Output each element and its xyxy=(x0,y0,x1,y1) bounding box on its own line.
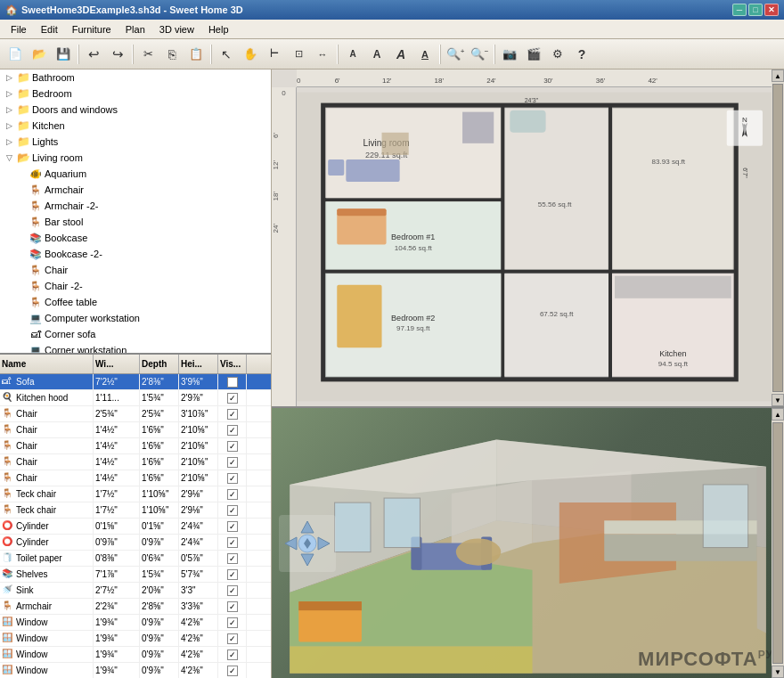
scroll-down-arrow[interactable]: ▼ xyxy=(772,394,784,406)
expand-bedroom[interactable]: ▷ xyxy=(2,86,16,101)
tree-label-armchair: Armchair xyxy=(45,184,84,195)
tree-item-livingroom[interactable]: ▽ 📂 Living room xyxy=(0,150,271,166)
close-button[interactable]: ✕ xyxy=(764,4,779,16)
tree-item-bookcase2[interactable]: 📚 Bookcase -2- xyxy=(0,246,271,262)
tree-item-chair2[interactable]: 🪑 Chair -2- xyxy=(0,278,271,294)
table-body[interactable]: 🛋 Sofa 7'2½" 2'8⅜" 3'9⅝" ✓ 🍳 Kitchen hoo… xyxy=(0,374,271,678)
table-row[interactable]: 🪑 Chair 1'4½" 1'6⅝" 2'10⅝" ✓ xyxy=(0,422,271,438)
paste-button[interactable]: 📋 xyxy=(184,43,208,66)
select-button[interactable]: ↖ xyxy=(215,43,238,66)
svg-marker-62 xyxy=(757,467,766,633)
table-row[interactable]: 🚿 Sink 2'7½" 2'0⅜" 3'3" ✓ xyxy=(0,583,271,599)
menu-plan[interactable]: Plan xyxy=(118,22,152,37)
save-button[interactable]: 💾 xyxy=(52,43,75,66)
tree-label-corner-ws: Corner workstation xyxy=(45,345,127,355)
zoom-out-button[interactable]: 🔍− xyxy=(468,43,491,66)
new-button[interactable]: 📄 xyxy=(4,43,27,66)
folder-icon-lights: 📁 xyxy=(16,135,30,149)
create-room[interactable]: ⊡ xyxy=(287,43,310,66)
menu-file[interactable]: File xyxy=(4,22,34,37)
photo-button[interactable]: 📷 xyxy=(498,43,521,66)
table-row[interactable]: ⭕ Cylinder 0'1⅝" 0'1⅝" 2'4¾" ✓ xyxy=(0,519,271,535)
scroll-down-3d[interactable]: ▼ xyxy=(772,666,784,678)
tree-item-computer-workstation[interactable]: 💻 Computer workstation xyxy=(0,310,271,326)
tree-item-bookcase[interactable]: 📚 Bookcase xyxy=(0,230,271,246)
table-row[interactable]: 🪑 Chair 1'4½" 1'6⅝" 2'10⅝" ✓ xyxy=(0,438,271,454)
expand-livingroom[interactable]: ▽ xyxy=(2,151,16,165)
minimize-button[interactable]: ─ xyxy=(732,4,747,16)
table-row[interactable]: 🪟 Window 1'9¾" 0'9⅞" 4'2⅜" ✓ xyxy=(0,631,271,647)
floorplan-svg[interactable]: Living room 229.11 sq.ft Bedroom #1 104.… xyxy=(297,87,772,406)
table-row[interactable]: 🪑 Armchair 2'2¾" 2'8⅝" 3'3⅜" ✓ xyxy=(0,599,271,615)
table-row[interactable]: 🪑 Teck chair 1'7½" 1'10⅝" 2'9⅛" ✓ xyxy=(0,502,271,519)
table-row[interactable]: 📚 Shelves 7'1⅞" 1'5¾" 5'7¾" ✓ xyxy=(0,567,271,583)
tree-item-coffeetable[interactable]: 🪑 Coffee table xyxy=(0,294,271,310)
table-row[interactable]: 🪑 Teck chair 1'7½" 1'10⅝" 2'9⅛" ✓ xyxy=(0,486,271,502)
tree-item-bathroom[interactable]: ▷ 📁 Bathroom xyxy=(0,69,271,86)
text-large[interactable]: A xyxy=(389,43,412,66)
zoom-in-button[interactable]: 🔍+ xyxy=(444,43,467,66)
menu-edit[interactable]: Edit xyxy=(34,22,65,37)
create-wall[interactable]: ⊢ xyxy=(263,43,286,66)
pan-button[interactable]: ✋ xyxy=(239,43,262,66)
3d-view[interactable]: МИРСОФТАРУ ▲ ▼ xyxy=(272,408,784,678)
tree-item-doors[interactable]: ▷ 📁 Doors and windows xyxy=(0,102,271,118)
tree-item-corner-ws[interactable]: 💻 Corner workstation xyxy=(0,342,271,355)
tree-item-barstool[interactable]: 🪑 Bar stool xyxy=(0,214,271,230)
expand-bathroom[interactable]: ▷ xyxy=(2,70,16,85)
dimension[interactable]: ↔ xyxy=(311,43,334,66)
furniture-tree[interactable]: ▷ 📁 Bathroom ▷ 📁 Bedroom ▷ 📁 Doors and w… xyxy=(0,69,271,355)
scroll-up-3d[interactable]: ▲ xyxy=(772,408,784,421)
tree-item-lights[interactable]: ▷ 📁 Lights xyxy=(0,134,271,150)
floor-plan[interactable]: 0 6' 12' 18' 24' 30' 36' 42' 0 6' 12' 18… xyxy=(272,69,784,408)
table-row[interactable]: 🪟 Window 1'9¾" 0'9⅞" 4'2⅜" ✓ xyxy=(0,647,271,663)
tree-item-chair[interactable]: 🪑 Chair xyxy=(0,262,271,278)
svg-text:67.52 sq.ft: 67.52 sq.ft xyxy=(540,310,574,318)
menu-3dview[interactable]: 3D view xyxy=(152,22,201,37)
open-button[interactable]: 📂 xyxy=(28,43,51,66)
checkbox-sofa[interactable]: ✓ xyxy=(227,377,238,388)
cut-button[interactable]: ✂ xyxy=(136,43,159,66)
menu-help[interactable]: Help xyxy=(201,22,236,37)
3dview-vscrollbar[interactable]: ▲ ▼ xyxy=(772,408,784,678)
scroll-thumb[interactable] xyxy=(772,84,783,392)
table-row[interactable]: 🛋 Sofa 7'2½" 2'8⅜" 3'9⅝" ✓ xyxy=(0,374,271,390)
tree-label-armchair2: Armchair -2- xyxy=(45,200,99,211)
expand-doors[interactable]: ▷ xyxy=(2,102,16,117)
separator-3 xyxy=(210,45,212,64)
video-button[interactable]: 🎬 xyxy=(522,43,545,66)
menu-furniture[interactable]: Furniture xyxy=(65,22,118,37)
text-small[interactable]: A xyxy=(341,43,364,66)
table-row[interactable]: ⭕ Cylinder 0'9⅞" 0'9⅞" 2'4¾" ✓ xyxy=(0,535,271,551)
scroll-thumb-3d[interactable] xyxy=(772,422,783,664)
tree-item-corner-sofa[interactable]: 🛋 Corner sofa xyxy=(0,326,271,342)
tree-item-armchair[interactable]: 🪑 Armchair xyxy=(0,182,271,198)
td-visible-sofa[interactable]: ✓ xyxy=(218,374,247,389)
help-button[interactable]: ? xyxy=(570,43,593,66)
preferences-button[interactable]: ⚙ xyxy=(546,43,569,66)
expand-lights[interactable]: ▷ xyxy=(2,135,16,149)
tree-item-armchair2[interactable]: 🪑 Armchair -2- xyxy=(0,198,271,214)
floorplan-vscrollbar[interactable]: ▲ ▼ xyxy=(772,69,784,406)
redo-button[interactable]: ↪ xyxy=(106,43,129,66)
navigation-arrows[interactable] xyxy=(279,515,336,572)
table-row[interactable]: 🍳 Kitchen hood 1'11... 1'5¾" 2'9⅞" ✓ xyxy=(0,390,271,406)
expand-kitchen[interactable]: ▷ xyxy=(2,118,16,133)
table-row[interactable]: 🪑 Chair 1'4½" 1'6⅝" 2'10⅝" ✓ xyxy=(0,470,271,486)
table-row[interactable]: 🪟 Window 1'9¾" 0'9⅞" 4'2⅜" ✓ xyxy=(0,615,271,631)
td-visible-kitchenhood[interactable]: ✓ xyxy=(218,390,247,405)
scroll-up-arrow[interactable]: ▲ xyxy=(772,69,784,82)
tree-item-kitchen[interactable]: ▷ 📁 Kitchen xyxy=(0,118,271,134)
text-xlarge[interactable]: A xyxy=(413,43,437,66)
tree-item-bedroom[interactable]: ▷ 📁 Bedroom xyxy=(0,86,271,102)
tree-item-aquarium[interactable]: 🐠 Aquarium xyxy=(0,166,271,182)
table-row[interactable]: 🪟 Window 1'9¾" 0'9⅞" 4'2⅜" ✓ xyxy=(0,663,271,678)
undo-button[interactable]: ↩ xyxy=(82,43,105,66)
table-row[interactable]: 🪑 Chair 1'4½" 1'6⅝" 2'10⅝" ✓ xyxy=(0,454,271,470)
checkbox-kitchenhood[interactable]: ✓ xyxy=(227,393,238,404)
copy-button[interactable]: ⎘ xyxy=(160,43,184,66)
maximize-button[interactable]: □ xyxy=(748,4,763,16)
table-row[interactable]: 🧻 Toilet paper 0'8⅜" 0'6¾" 0'5⅞" ✓ xyxy=(0,551,271,567)
text-medium[interactable]: A xyxy=(365,43,388,66)
table-row[interactable]: 🪑 Chair 2'5¾" 2'5¾" 3'10⅞" ✓ xyxy=(0,406,271,422)
